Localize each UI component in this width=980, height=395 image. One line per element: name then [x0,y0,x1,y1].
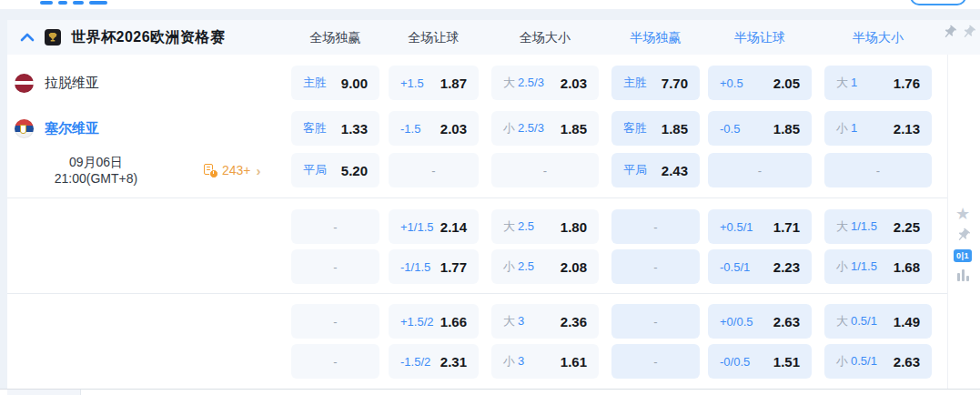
odds-cell[interactable]: -1.52.03 [389,111,479,146]
odds-cell[interactable]: - [611,304,700,339]
odds-cell[interactable]: -1.5/22.31 [389,344,479,379]
odds-cell[interactable]: 小1/1.51.68 [824,249,932,284]
clipped-tab-text [89,1,107,5]
pin-icon[interactable] [961,25,976,40]
column-header[interactable]: 半场让球 [708,20,812,55]
odds-cell[interactable]: +1.5/21.66 [389,304,479,339]
odds-cell[interactable]: 大11.76 [824,66,932,100]
odds-cell[interactable]: +0.52.05 [708,66,812,100]
odds-cell[interactable]: 主胜7.70 [611,66,700,100]
odds-cell[interactable]: - [611,249,700,284]
match-datetime: 09月06日 21:00(GMT+8) [25,153,167,187]
vertical-divider [947,55,948,389]
clipped-tab-text [58,1,67,5]
background-gap-band [0,9,980,20]
odds-cell[interactable]: 大2.5/32.03 [491,66,599,100]
stats-bar-chart-icon[interactable] [954,269,972,281]
pin-icon[interactable] [954,228,972,243]
home-team-row[interactable]: 拉脱维亚 [15,66,99,100]
odds-cell[interactable]: +0/0.52.63 [708,304,812,339]
away-team-name: 塞尔维亚 [45,120,99,137]
odds-cell[interactable]: - [389,153,479,187]
column-header[interactable]: 全场大小 [491,20,599,55]
clipped-tab-text [73,1,84,5]
odds-cell[interactable]: - [291,344,379,379]
markets-count: 243+ [222,163,251,177]
odds-cell[interactable]: 大2.51.80 [491,209,599,244]
serbia-flag-icon [15,119,34,138]
column-header[interactable]: 半场大小 [824,20,932,55]
odds-cell[interactable]: -0.5/12.23 [708,249,812,284]
next-section-left-box [7,390,81,395]
odds-cell[interactable]: 大0.5/11.49 [824,304,932,339]
odds-cell[interactable]: +0.5/11.71 [708,209,812,244]
chevron-right-icon: › [257,163,261,178]
league-header: 世界杯2026欧洲资格赛 [20,20,226,55]
league-title: 世界杯2026欧洲资格赛 [71,28,226,47]
odds-cell[interactable]: 平局5.20 [291,153,379,187]
next-section-strip [0,389,980,395]
odds-cell[interactable]: - [708,153,812,187]
match-time: 21:00(GMT+8) [25,170,167,187]
odds-cell[interactable]: 小31.61 [491,344,599,379]
corner-score-badge[interactable]: 0|1 [954,249,972,262]
odds-cell[interactable]: 小2.5/31.85 [491,111,599,146]
collapse-chevron-icon[interactable] [20,33,35,42]
favorite-star-icon[interactable]: ★ [954,206,972,222]
section-divider [7,293,947,294]
odds-cell[interactable]: 主胜9.00 [291,66,379,100]
column-header[interactable]: 全场让球 [389,20,479,55]
section-divider [7,198,947,198]
odds-cell[interactable]: - [291,304,379,339]
home-team-name: 拉脱维亚 [45,75,99,92]
odds-cell[interactable]: +1.51.87 [389,66,479,100]
odds-page: 世界杯2026欧洲资格赛 全场独赢全场让球全场大小半场独赢半场让球半场大小 拉脱… [0,0,980,395]
odds-cell[interactable]: - [611,344,700,379]
odds-cell[interactable]: 客胜1.85 [611,111,700,146]
odds-cell[interactable]: - [611,209,700,244]
left-gutter [0,20,7,395]
clipped-tab-text [40,1,53,5]
column-header[interactable]: 半场独赢 [611,20,700,55]
odds-cell[interactable]: -0.51.85 [708,111,812,146]
odds-cell[interactable]: 小0.5/12.63 [824,344,932,379]
odds-cell[interactable]: - [291,249,379,284]
odds-cell[interactable]: 平局2.43 [611,153,700,187]
odds-cell[interactable]: 大32.36 [491,304,599,339]
odds-cell[interactable]: - [491,153,599,187]
more-markets-link[interactable]: 243+ › [204,153,261,187]
world-cup-trophy-icon [45,29,61,46]
odds-cell[interactable]: -0/0.51.51 [708,344,812,379]
odds-cell[interactable]: - [291,209,379,244]
odds-cell[interactable]: 小2.52.08 [491,249,599,284]
column-header[interactable]: 全场独赢 [291,20,379,55]
odds-cell[interactable]: -1/1.51.77 [389,249,479,284]
odds-cell[interactable]: 小12.13 [824,111,932,146]
odds-cell[interactable]: 大1/1.52.25 [824,209,932,244]
away-team-row[interactable]: 塞尔维亚 [15,111,99,146]
pin-icon[interactable] [942,25,957,40]
odds-cell[interactable]: 客胜1.33 [291,111,379,146]
latvia-flag-icon [15,74,34,93]
clipped-pill-button[interactable] [910,0,966,5]
odds-cell[interactable]: - [824,153,932,187]
match-date: 09月06日 [25,154,167,170]
markets-list-icon [204,164,217,177]
serbia-crest [20,125,26,134]
odds-cell[interactable]: +1/1.52.14 [389,209,479,244]
top-bar [0,0,980,9]
